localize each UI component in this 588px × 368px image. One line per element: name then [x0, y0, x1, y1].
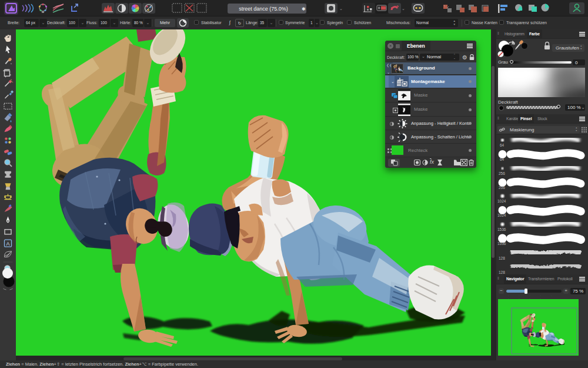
svg-text:128: 128 [499, 256, 505, 260]
svg-text:1536: 1536 [497, 241, 506, 246]
svg-text:256: 256 [499, 185, 505, 190]
svg-text:256: 256 [499, 171, 505, 175]
svg-text:64: 64 [500, 157, 505, 161]
svg-text:street dance (75.0%): street dance (75.0%) [239, 6, 288, 12]
svg-text:128: 128 [499, 270, 505, 274]
svg-text:✱: ✱ [302, 6, 306, 12]
svg-text:1024: 1024 [497, 199, 506, 203]
svg-text:1536: 1536 [497, 227, 506, 231]
svg-text:1024: 1024 [497, 213, 506, 217]
svg-text:A: A [6, 241, 9, 247]
svg-text:⌄: ⌄ [339, 6, 343, 11]
svg-text:64: 64 [500, 143, 505, 147]
svg-text:⌄: ⌄ [402, 6, 405, 11]
